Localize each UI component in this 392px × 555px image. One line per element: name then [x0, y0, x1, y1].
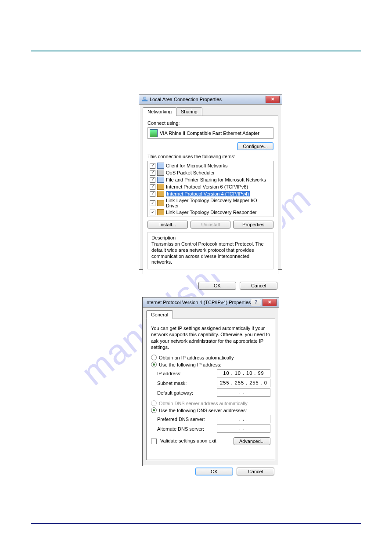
uninstall-button[interactable]: Uninstall [191, 221, 231, 229]
tabstrip: General [146, 310, 279, 319]
dialog-lacp: Local Area Connection Properties ✕ Netwo… [139, 94, 282, 270]
adapter-icon [150, 129, 158, 137]
list-item[interactable]: ✓File and Printer Sharing for Microsoft … [148, 176, 273, 183]
checkbox[interactable]: ✓ [150, 184, 155, 190]
list-item[interactable]: ✓QoS Packet Scheduler [148, 169, 273, 176]
adapter-name: VIA Rhine II Compatible Fast Ethernet Ad… [160, 131, 259, 136]
radio-manual-ip-label: Use the following IP address: [159, 362, 221, 367]
checkbox[interactable]: ✓ [150, 191, 155, 197]
list-item-label: Internet Protocol Version 4 (TCP/IPv4) [166, 191, 250, 196]
list-item-label: File and Printer Sharing for Microsoft N… [166, 177, 266, 182]
radio-manual-dns-row[interactable]: Use the following DNS server addresses: [151, 407, 270, 413]
ok-button[interactable]: OK [198, 282, 236, 290]
close-icon[interactable]: ✕ [263, 299, 277, 306]
list-item-label: Link-Layer Topology Discovery Responder [166, 210, 256, 215]
titlebar[interactable]: Internet Protocol Version 4 (TCP/IPv4) P… [143, 297, 279, 308]
advanced-button[interactable]: Advanced... [234, 437, 270, 445]
items-label: This connection uses the following items… [147, 154, 273, 159]
list-item[interactable]: ✓Internet Protocol Version 6 (TCP/IPv6) [148, 183, 273, 190]
titlebar[interactable]: Local Area Connection Properties ✕ [139, 94, 282, 105]
dialog-ipv4: Internet Protocol Version 4 (TCP/IPv4) P… [142, 297, 279, 466]
cancel-button[interactable]: Cancel [237, 468, 274, 475]
list-item[interactable]: ✓Internet Protocol Version 4 (TCP/IPv4) [148, 190, 273, 197]
svg-rect-1 [144, 97, 146, 99]
properties-button[interactable]: Properties [233, 221, 273, 229]
ip-address-field[interactable]: 10 . 10 . 10 . 99 [217, 369, 270, 377]
svg-rect-0 [142, 100, 147, 102]
cancel-button[interactable]: Cancel [240, 282, 277, 290]
preferred-dns-field[interactable]: . . . [217, 415, 270, 423]
description-group: Description Transmission Control Protoco… [147, 232, 273, 269]
checkbox[interactable]: ✓ [150, 200, 155, 206]
tab-networking[interactable]: Networking [143, 107, 176, 116]
tab-general[interactable]: General [146, 310, 173, 319]
list-item-label: Client for Microsoft Networks [166, 163, 228, 168]
checkbox[interactable]: ✓ [150, 210, 155, 215]
items-list[interactable]: ✓Client for Microsoft Networks✓QoS Packe… [147, 161, 273, 217]
proto-icon [157, 184, 164, 190]
checkbox[interactable]: ✓ [150, 177, 155, 183]
dialog-title: Local Area Connection Properties [150, 97, 222, 102]
checkbox[interactable]: ✓ [150, 163, 155, 169]
description-legend: Description [151, 235, 270, 240]
radio-auto-ip-label: Obtain an IP address automatically [159, 355, 234, 360]
label-gw: Default gateway: [157, 390, 212, 395]
tab-networking-panel: Connect using: VIA Rhine II Compatible F… [143, 116, 278, 274]
net-icon [157, 163, 164, 169]
radio-auto-ip-row[interactable]: Obtain an IP address automatically [151, 355, 270, 360]
proto-icon [157, 209, 164, 215]
configure-button[interactable]: Configure... [237, 142, 273, 150]
help-icon[interactable]: ? [251, 299, 261, 306]
bottom-divider [31, 523, 361, 524]
default-gateway-field[interactable]: . . . [217, 388, 270, 397]
label-ip: IP address: [157, 371, 212, 376]
list-item-label: Link-Layer Topology Discovery Mapper I/O… [166, 198, 271, 208]
tabstrip: Networking Sharing [143, 107, 282, 116]
radio-manual-ip[interactable] [151, 362, 157, 367]
radio-manual-dns[interactable] [151, 407, 157, 413]
radio-auto-dns-row: Obtain DNS server address automatically [151, 400, 270, 406]
net-icon [157, 177, 164, 183]
close-icon[interactable]: ✕ [266, 96, 280, 103]
description-text: Transmission Control Protocol/Internet P… [151, 241, 270, 265]
network-icon [142, 96, 148, 102]
top-divider [31, 51, 361, 51]
validate-checkbox-row[interactable]: Validate settings upon exit [151, 438, 216, 444]
list-item-label: Internet Protocol Version 6 (TCP/IPv6) [166, 184, 248, 189]
radio-auto-dns-label: Obtain DNS server address automatically [159, 401, 248, 406]
label-mask: Subnet mask: [157, 381, 212, 386]
list-item[interactable]: ✓Link-Layer Topology Discovery Mapper I/… [148, 197, 273, 209]
connect-using-label: Connect using: [147, 120, 273, 126]
list-item-label: QoS Packet Scheduler [166, 170, 215, 175]
label-pdns: Preferred DNS server: [157, 417, 212, 422]
radio-manual-dns-label: Use the following DNS server addresses: [159, 408, 247, 413]
radio-auto-dns [151, 400, 157, 406]
install-button[interactable]: Install... [147, 221, 188, 229]
tab-general-panel: You can get IP settings assigned automat… [146, 319, 275, 460]
info-text: You can get IP settings assigned automat… [151, 325, 270, 350]
proto-icon [157, 191, 164, 197]
list-item[interactable]: ✓Client for Microsoft Networks [148, 162, 273, 169]
label-adns: Alternate DNS server: [157, 426, 212, 432]
pkt-icon [157, 170, 164, 176]
radio-auto-ip[interactable] [151, 355, 157, 360]
checkbox[interactable]: ✓ [150, 170, 155, 176]
validate-checkbox[interactable] [151, 439, 157, 444]
proto-icon [157, 200, 164, 206]
adapter-field: VIA Rhine II Compatible Fast Ethernet Ad… [147, 127, 273, 139]
radio-manual-ip-row[interactable]: Use the following IP address: [151, 362, 270, 367]
validate-label: Validate settings upon exit [160, 438, 216, 443]
alternate-dns-field[interactable]: . . . [217, 424, 270, 433]
list-item[interactable]: ✓Link-Layer Topology Discovery Responder [148, 209, 273, 216]
dialog-title: Internet Protocol Version 4 (TCP/IPv4) P… [145, 300, 251, 305]
tab-sharing[interactable]: Sharing [176, 107, 202, 116]
subnet-mask-field[interactable]: 255 . 255 . 255 . 0 [217, 379, 270, 387]
ok-button[interactable]: OK [195, 468, 233, 475]
